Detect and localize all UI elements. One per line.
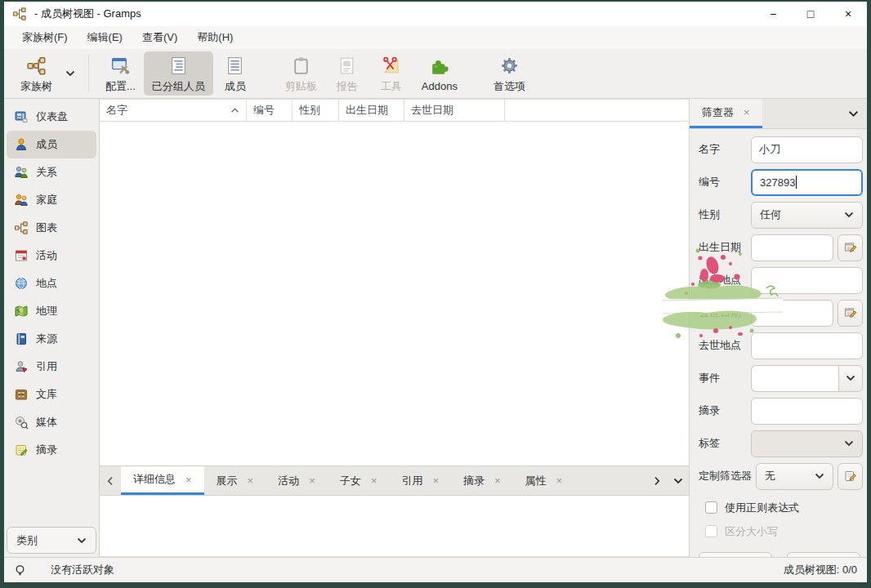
regex-checkbox[interactable] [705, 501, 717, 514]
family-tree-dropdown[interactable] [60, 51, 80, 96]
birth-date-calendar-button[interactable] [838, 234, 863, 261]
tab-filter[interactable]: 筛查器 × [690, 99, 762, 128]
filter-panel-tab-bar: 筛查器 × [690, 99, 867, 129]
tab-close-icon[interactable]: × [494, 474, 501, 487]
custom-filter-dropdown[interactable]: 无 [756, 463, 833, 490]
lightbulb-icon [14, 564, 26, 577]
tab-close-icon[interactable]: × [432, 474, 439, 487]
death-date-calendar-button[interactable] [838, 300, 863, 327]
column-header-death-date[interactable]: 去世日期 [404, 100, 505, 121]
grouped-people-button[interactable]: 已分组人员 [144, 51, 213, 96]
tabs-menu-chevron-icon[interactable] [668, 466, 689, 495]
filter-row-birth-place: 出生地点 [699, 266, 863, 294]
column-header-gender[interactable]: 性别 [293, 100, 339, 121]
family-tree-label: 家族树 [20, 79, 52, 94]
status-message: 没有活跃对象 [51, 563, 114, 577]
filter-row-birth-date: 出生日期 [699, 234, 863, 261]
reset-button[interactable]: 重设 [787, 552, 860, 557]
sources-book-icon [14, 332, 29, 346]
sidebar-item-relationships[interactable]: 关系 [7, 158, 96, 186]
tab-gallery[interactable]: 展示 × [204, 466, 266, 495]
sort-ascending-icon [230, 108, 239, 114]
tab-close-icon[interactable]: × [185, 474, 192, 486]
people-table-body[interactable] [100, 122, 689, 466]
birth-date-input[interactable] [751, 234, 833, 261]
event-label: 事件 [699, 371, 751, 385]
edit-custom-filter-button[interactable] [838, 463, 863, 490]
sidebar-item-families[interactable]: 家庭 [7, 186, 96, 214]
tab-citations[interactable]: 引用 × [389, 466, 451, 495]
menu-help[interactable]: 帮助(H) [189, 27, 241, 48]
charts-tree-icon [14, 220, 29, 235]
menu-view[interactable]: 查看(V) [134, 27, 185, 48]
tab-events[interactable]: 活动 × [266, 466, 328, 495]
find-button[interactable]: 查找(F) [699, 552, 772, 557]
window-title: - 成员树视图 - Gramps [34, 7, 141, 21]
tab-close-icon[interactable]: × [248, 474, 254, 487]
id-input[interactable]: 327893 [751, 169, 863, 196]
panel-menu-chevron-icon[interactable] [839, 99, 867, 128]
clipboard-label: 剪贴板 [285, 79, 317, 94]
category-dropdown[interactable]: 类别 [7, 527, 96, 554]
tab-details[interactable]: 详细信息 × [121, 466, 204, 495]
sidebar-item-geography[interactable]: 地理 [7, 297, 96, 325]
name-input[interactable]: 小刀 [751, 136, 863, 163]
death-place-label: 去世地点 [699, 338, 751, 353]
preferences-button[interactable]: 首选项 [485, 51, 534, 96]
menu-edit[interactable]: 编辑(E) [79, 27, 131, 48]
regex-checkbox-label: 使用正则表达式 [725, 501, 799, 515]
sidebar-item-repositories[interactable]: 文库 [7, 381, 96, 408]
main-area: 名字 编号 性别 出生日期 去世日期 详细信息 × 展示 × [100, 99, 689, 557]
sidebar-item-label: 媒体 [36, 415, 57, 430]
note-input[interactable] [751, 398, 863, 425]
regex-checkbox-row: 使用正则表达式 [699, 498, 863, 517]
column-header-name[interactable]: 名字 [100, 100, 247, 121]
tab-notes[interactable]: 摘录 × [451, 466, 513, 495]
minimize-button[interactable]: − [754, 2, 792, 26]
sidebar-item-people[interactable]: 成员 [7, 131, 96, 158]
sidebar-item-events[interactable]: 活动 [7, 242, 96, 270]
people-button[interactable]: 成员 [213, 51, 257, 96]
chevron-down-icon [844, 212, 854, 218]
case-checkbox-label: 区分大小写 [725, 524, 778, 539]
family-tree-button[interactable]: 家族树 [12, 51, 60, 96]
close-button[interactable]: × [829, 2, 867, 26]
event-input[interactable] [751, 365, 838, 392]
event-dropdown-button[interactable] [838, 365, 863, 392]
preferences-gear-icon [499, 56, 520, 77]
sidebar-item-label: 引用 [36, 359, 57, 374]
sidebar-item-notes[interactable]: 摘录 [7, 436, 96, 464]
column-header-birth-date[interactable]: 出生日期 [339, 100, 404, 121]
configure-button[interactable]: 配置... [97, 51, 144, 96]
birth-place-input[interactable] [751, 267, 863, 294]
clipboard-icon [291, 56, 311, 77]
tabs-scroll-right-icon[interactable] [646, 466, 668, 495]
addons-button[interactable]: Addons [413, 51, 466, 96]
tab-children[interactable]: 子女 × [328, 466, 390, 495]
tab-close-icon[interactable]: × [744, 106, 750, 118]
death-place-input[interactable] [751, 332, 863, 359]
tag-dropdown[interactable] [751, 430, 863, 457]
maximize-button[interactable]: □ [792, 2, 829, 26]
tab-close-icon[interactable]: × [371, 474, 377, 487]
sidebar-item-media[interactable]: 媒体 [7, 408, 96, 436]
sidebar-item-sources[interactable]: 来源 [7, 325, 96, 353]
tab-attributes[interactable]: 属性 × [513, 466, 575, 495]
tabs-scroll-left-icon[interactable] [100, 466, 121, 495]
tab-close-icon[interactable]: × [556, 474, 563, 487]
gramplet-pane [100, 496, 689, 557]
sidebar-item-charts[interactable]: 图表 [7, 214, 96, 242]
gender-dropdown[interactable]: 任何 [751, 202, 863, 229]
sidebar-item-citations[interactable]: 引用 [7, 353, 96, 381]
tab-close-icon[interactable]: × [309, 474, 315, 487]
gramps-window: - 成员树视图 - Gramps − □ × 家族树(F) 编辑(E) 查看(V… [0, 0, 871, 588]
sidebar-item-dashboard[interactable]: 仪表盘 [7, 103, 96, 131]
column-header-id[interactable]: 编号 [247, 100, 293, 121]
death-date-input[interactable] [751, 300, 833, 327]
sidebar-item-places[interactable]: 地点 [7, 270, 96, 297]
id-label: 编号 [699, 175, 751, 189]
filter-form: 名字 小刀 编号 327893 性别 任何 出生日期 [690, 129, 867, 557]
menu-family-tree[interactable]: 家族树(F) [14, 27, 76, 48]
clipboard-button: 剪贴板 [277, 51, 325, 96]
filter-row-note: 摘录 [699, 397, 863, 425]
